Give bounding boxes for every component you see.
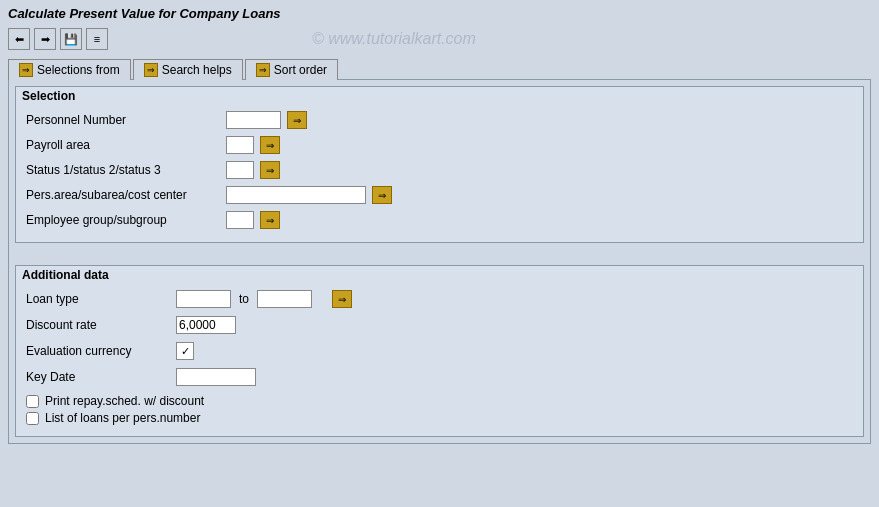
payroll-area-arrow-btn[interactable] bbox=[260, 136, 280, 154]
additional-header: Additional data bbox=[16, 266, 863, 284]
tab-sort-label: Sort order bbox=[274, 63, 327, 77]
payroll-area-input[interactable] bbox=[226, 136, 254, 154]
pers-area-arrow-btn[interactable] bbox=[372, 186, 392, 204]
key-date-row: Key Date bbox=[26, 366, 853, 388]
selection-section: Selection Personnel Number Payroll area … bbox=[15, 86, 864, 243]
page-title: Calculate Present Value for Company Loan… bbox=[8, 6, 871, 21]
key-date-input[interactable] bbox=[176, 368, 256, 386]
loan-type-from-input[interactable] bbox=[176, 290, 231, 308]
status-label: Status 1/status 2/status 3 bbox=[26, 163, 226, 177]
print-repay-checkbox[interactable] bbox=[26, 395, 39, 408]
tab-search[interactable]: Search helps bbox=[133, 59, 243, 80]
list-loans-checkbox[interactable] bbox=[26, 412, 39, 425]
discount-rate-label: Discount rate bbox=[26, 318, 176, 332]
personnel-number-label: Personnel Number bbox=[26, 113, 226, 127]
print-repay-label: Print repay.sched. w/ discount bbox=[45, 394, 204, 408]
discount-rate-input[interactable] bbox=[176, 316, 236, 334]
loan-type-arrow-btn[interactable] bbox=[332, 290, 352, 308]
spacer bbox=[15, 249, 864, 259]
personnel-number-arrow-btn[interactable] bbox=[287, 111, 307, 129]
title-bar: Calculate Present Value for Company Loan… bbox=[0, 0, 879, 25]
status-arrow-btn[interactable] bbox=[260, 161, 280, 179]
tab-search-arrow-icon bbox=[144, 63, 158, 77]
tab-search-label: Search helps bbox=[162, 63, 232, 77]
watermark: © www.tutorialkart.com bbox=[312, 30, 476, 48]
employee-group-arrow-btn[interactable] bbox=[260, 211, 280, 229]
tab-selections[interactable]: Selections from bbox=[8, 59, 131, 80]
personnel-number-row: Personnel Number bbox=[26, 109, 853, 131]
loan-type-to-label: to bbox=[239, 292, 249, 306]
evaluation-currency-row: Evaluation currency ✓ bbox=[26, 340, 853, 362]
toolbar-back-btn[interactable]: ⬅ bbox=[8, 28, 30, 50]
employee-group-row: Employee group/subgroup bbox=[26, 209, 853, 231]
additional-section: Additional data Loan type to Discount ra… bbox=[15, 265, 864, 437]
employee-group-label: Employee group/subgroup bbox=[26, 213, 226, 227]
tabs-row: Selections from Search helps Sort order bbox=[0, 54, 879, 79]
list-loans-row: List of loans per pers.number bbox=[26, 411, 853, 425]
tab-sort-arrow-icon bbox=[256, 63, 270, 77]
evaluation-currency-checkbox[interactable]: ✓ bbox=[176, 342, 194, 360]
key-date-label: Key Date bbox=[26, 370, 176, 384]
toolbar-menu-btn[interactable]: ≡ bbox=[86, 28, 108, 50]
content-area: Selection Personnel Number Payroll area … bbox=[8, 79, 871, 444]
toolbar-save-btn[interactable]: 💾 bbox=[60, 28, 82, 50]
tab-sort[interactable]: Sort order bbox=[245, 59, 338, 80]
loan-type-row: Loan type to bbox=[26, 288, 853, 310]
discount-rate-row: Discount rate bbox=[26, 314, 853, 336]
employee-group-input[interactable] bbox=[226, 211, 254, 229]
evaluation-currency-label: Evaluation currency bbox=[26, 344, 176, 358]
loan-type-label: Loan type bbox=[26, 292, 176, 306]
pers-area-row: Pers.area/subarea/cost center bbox=[26, 184, 853, 206]
loan-type-to-input[interactable] bbox=[257, 290, 312, 308]
status-row: Status 1/status 2/status 3 bbox=[26, 159, 853, 181]
pers-area-label: Pers.area/subarea/cost center bbox=[26, 188, 226, 202]
personnel-number-input[interactable] bbox=[226, 111, 281, 129]
tab-selections-label: Selections from bbox=[37, 63, 120, 77]
list-loans-label: List of loans per pers.number bbox=[45, 411, 200, 425]
status-input[interactable] bbox=[226, 161, 254, 179]
toolbar-forward-btn[interactable]: ➡ bbox=[34, 28, 56, 50]
pers-area-input[interactable] bbox=[226, 186, 366, 204]
toolbar: ⬅ ➡ 💾 ≡ © www.tutorialkart.com bbox=[0, 25, 879, 54]
payroll-area-label: Payroll area bbox=[26, 138, 226, 152]
print-repay-row: Print repay.sched. w/ discount bbox=[26, 394, 853, 408]
tab-selections-arrow-icon bbox=[19, 63, 33, 77]
selection-header: Selection bbox=[16, 87, 863, 105]
payroll-area-row: Payroll area bbox=[26, 134, 853, 156]
